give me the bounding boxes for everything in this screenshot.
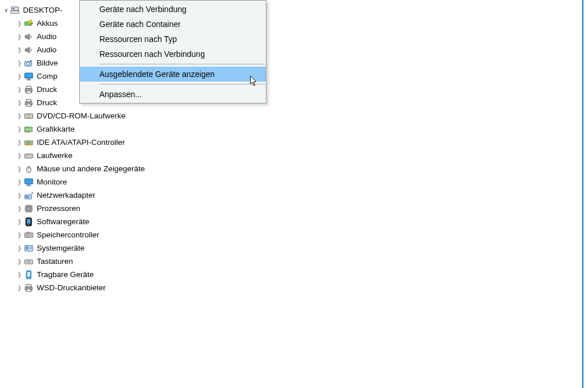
tree-item[interactable]: ❯Monitore [2, 175, 145, 189]
tree-item[interactable]: ❯Laufwerke [2, 149, 145, 162]
svg-rect-16 [26, 99, 31, 102]
svg-rect-51 [28, 272, 30, 276]
tree-item[interactable]: ❯DVD/CD-ROM-Laufwerke [2, 109, 145, 122]
expand-toggle-icon[interactable]: ❯ [17, 136, 22, 149]
svg-rect-55 [26, 289, 31, 291]
menu-item-label: Geräte nach Verbindung [99, 5, 187, 14]
expand-toggle-icon[interactable]: ❯ [17, 83, 22, 96]
menu-item-label: Geräte nach Container [99, 20, 181, 29]
tree-item-label: Monitore [37, 175, 67, 189]
menu-item-resources-by-connection[interactable]: Ressourcen nach Verbindung [80, 47, 266, 62]
camera-icon [24, 59, 33, 68]
svg-rect-11 [26, 79, 31, 80]
battery-icon [24, 19, 33, 28]
gpu-icon [24, 125, 33, 134]
drive-icon [24, 151, 33, 160]
svg-rect-13 [26, 86, 31, 89]
menu-item-devices-by-connection[interactable]: Geräte nach Verbindung [80, 2, 266, 17]
tree-item[interactable]: ❯Systemgeräte [2, 241, 145, 255]
expand-toggle-icon[interactable]: ❯ [17, 162, 22, 175]
tree-item-label: Tastaturen [37, 255, 73, 268]
menu-item-customize[interactable]: Anpassen... [80, 87, 266, 102]
expand-toggle-icon[interactable]: ❯ [17, 281, 22, 294]
svg-rect-46 [26, 247, 28, 248]
svg-point-7 [27, 62, 30, 65]
expand-toggle-icon[interactable]: ❯ [17, 122, 22, 136]
tree-item-label: WSD-Druckanbieter [37, 281, 106, 294]
svg-rect-32 [25, 179, 33, 184]
dvd-icon [24, 112, 33, 121]
svg-rect-9 [25, 73, 33, 78]
expand-toggle-icon[interactable]: ❯ [17, 241, 22, 255]
expand-toggle-icon[interactable]: ❯ [17, 56, 22, 70]
tree-item[interactable]: ❯Speichercontroller [2, 228, 145, 241]
printer-icon [24, 98, 33, 107]
system-icon [24, 244, 33, 253]
menu-item-devices-by-container[interactable]: Geräte nach Container [80, 17, 266, 32]
tree-item-label: Grafikkarte [37, 122, 75, 136]
tree-item[interactable]: ❯Netzwerkadapter [2, 189, 145, 202]
tree-item-label: Softwaregeräte [37, 215, 90, 228]
svg-rect-8 [30, 60, 32, 62]
expand-toggle-icon[interactable]: ❯ [17, 255, 22, 268]
tree-item-label: Druck [37, 96, 57, 109]
svg-rect-25 [25, 141, 33, 144]
expand-toggle-icon[interactable]: ❯ [17, 43, 22, 56]
tree-item-label: Akkus [37, 17, 58, 30]
tree-root-label: DESKTOP- [23, 3, 63, 17]
tree-item-label: Audio [37, 30, 57, 43]
expand-toggle-icon[interactable]: ❯ [17, 228, 22, 241]
svg-rect-23 [25, 132, 26, 133]
tree-item[interactable]: ❯Mäuse und andere Zeigegeräte [2, 162, 145, 175]
svg-point-42 [28, 224, 29, 225]
tree-item-label: Laufwerke [37, 149, 72, 162]
tree-item[interactable]: ❯IDE ATA/ATAPI-Controller [2, 136, 145, 149]
audio-icon [24, 32, 33, 41]
tree-item[interactable]: ❯WSD-Druckanbieter [2, 281, 145, 294]
svg-rect-41 [27, 219, 30, 224]
svg-rect-48 [29, 247, 32, 249]
tree-item-label: Comp [37, 70, 57, 83]
expand-toggle-icon[interactable]: ❯ [17, 17, 22, 30]
expand-toggle-icon[interactable]: ❯ [17, 215, 22, 228]
tree-item[interactable]: ❯Tragbare Geräte [2, 268, 145, 281]
svg-point-44 [30, 234, 32, 236]
svg-rect-10 [27, 79, 30, 80]
tree-item[interactable]: ❯Softwaregeräte [2, 215, 145, 228]
menu-item-show-hidden-devices[interactable]: Ausgeblendete Geräte anzeigen [80, 67, 266, 82]
expand-toggle-icon[interactable]: ❯ [17, 268, 22, 281]
expand-toggle-icon[interactable]: ∨ [2, 3, 9, 17]
expand-toggle-icon[interactable]: ❯ [17, 109, 22, 122]
tree-item[interactable]: ❯Tastaturen [2, 255, 145, 268]
expand-toggle-icon[interactable]: ❯ [17, 96, 22, 109]
mouse-icon [24, 164, 33, 174]
menu-separator [99, 64, 265, 64]
svg-rect-1 [11, 7, 18, 10]
expand-toggle-icon[interactable]: ❯ [17, 189, 22, 202]
menu-item-label: Ausgeblendete Geräte anzeigen [99, 70, 215, 79]
svg-rect-26 [25, 144, 33, 145]
tree-item-label: Druck [37, 83, 57, 96]
expand-toggle-icon[interactable]: ❯ [17, 149, 22, 162]
expand-toggle-icon[interactable]: ❯ [17, 70, 22, 83]
tree-item-label: Mäuse und andere Zeigegeräte [37, 162, 145, 175]
tree-item-label: Netzwerkadapter [37, 189, 95, 202]
svg-rect-14 [26, 91, 31, 93]
tree-item-label: Prozessoren [37, 202, 80, 215]
tree-item-label: Bildve [37, 56, 58, 70]
tree-item[interactable]: ❯Prozessoren [2, 202, 145, 215]
menu-item-label: Anpassen... [99, 90, 142, 99]
svg-rect-17 [26, 104, 31, 106]
ide-icon [24, 138, 33, 147]
network-icon [24, 191, 33, 200]
tree-item-label: IDE ATA/ATAPI-Controller [37, 136, 125, 149]
monitor-icon [24, 72, 33, 81]
expand-toggle-icon[interactable]: ❯ [17, 202, 22, 215]
expand-toggle-icon[interactable]: ❯ [17, 175, 22, 189]
context-menu: Geräte nach Verbindung Geräte nach Conta… [79, 0, 266, 103]
menu-item-resources-by-type[interactable]: Ressourcen nach Typ [80, 32, 266, 47]
svg-rect-33 [27, 185, 30, 186]
svg-rect-54 [26, 285, 31, 287]
expand-toggle-icon[interactable]: ❯ [17, 30, 22, 43]
tree-item[interactable]: ❯Grafikkarte [2, 122, 145, 136]
